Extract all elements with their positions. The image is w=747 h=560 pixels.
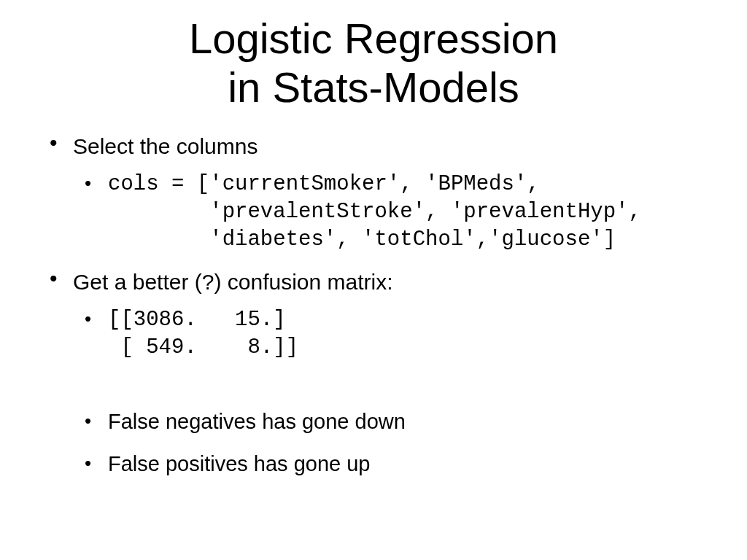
code-block-cols: cols = ['currentSmoker', 'BPMeds', 'prev… bbox=[108, 171, 703, 253]
inner-list-2: [[3086. 15.] [ 549. 8.]] bbox=[73, 306, 703, 361]
main-bullet-list: Select the columns cols = ['currentSmoke… bbox=[44, 132, 703, 478]
bullet-text: Select the columns bbox=[73, 132, 703, 160]
bullet-text: Get a better (?) confusion matrix: bbox=[73, 268, 703, 296]
code-matrix: [[3086. 15.] [ 549. 8.]] bbox=[108, 306, 703, 361]
bullet-select-columns: Select the columns cols = ['currentSmoke… bbox=[73, 132, 703, 253]
inner-list-1: cols = ['currentSmoker', 'BPMeds', 'prev… bbox=[73, 171, 703, 253]
title-line-1: Logistic Regression bbox=[189, 15, 558, 62]
sub-bullet-text: False positives has gone up bbox=[108, 451, 703, 478]
code-cols: cols = ['currentSmoker', 'BPMeds', 'prev… bbox=[108, 171, 703, 253]
slide-title: Logistic Regression in Stats-Models bbox=[44, 15, 703, 112]
inner-list-3: False negatives has gone down False posi… bbox=[73, 408, 703, 478]
code-block-matrix: [[3086. 15.] [ 549. 8.]] bbox=[108, 306, 703, 361]
bullet-confusion-matrix: Get a better (?) confusion matrix: [[308… bbox=[73, 268, 703, 478]
sub-bullet-text: False negatives has gone down bbox=[108, 408, 703, 436]
bullet-false-positives: False positives has gone up bbox=[108, 451, 703, 478]
title-line-2: in Stats-Models bbox=[228, 63, 519, 111]
bullet-false-negatives: False negatives has gone down bbox=[108, 408, 703, 436]
